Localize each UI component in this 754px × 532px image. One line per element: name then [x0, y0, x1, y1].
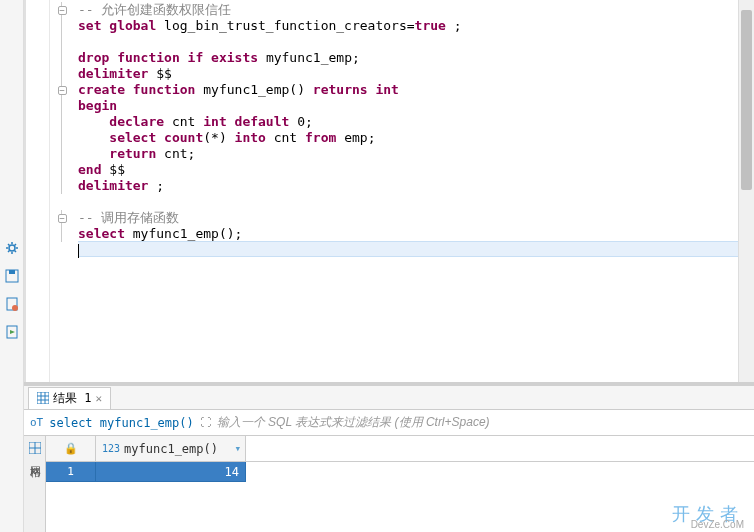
scrollbar-thumb[interactable] — [741, 10, 752, 190]
results-tabs: 结果 1 ✕ — [24, 386, 754, 410]
cell-value[interactable]: 14 — [96, 462, 246, 482]
row-number: 1 — [46, 462, 96, 482]
executed-sql: select myfunc1_emp() — [49, 416, 194, 430]
code-line[interactable]: select count(*) into cnt from emp; — [78, 130, 738, 146]
results-panel: 结果 1 ✕ oT select myfunc1_emp() ⛶ 输入一个 SQ… — [24, 382, 754, 532]
code-line[interactable]: -- 调用存储函数 — [78, 210, 738, 226]
results-tab-1[interactable]: 结果 1 ✕ — [28, 387, 111, 409]
code-area[interactable]: -- 允许创建函数权限信任set global log_bin_trust_fu… — [74, 0, 738, 382]
code-line[interactable] — [78, 34, 738, 50]
results-filter-bar: oT select myfunc1_emp() ⛶ 输入一个 SQL 表达式来过… — [24, 410, 754, 436]
lock-icon: 🔒 — [64, 442, 78, 455]
left-toolbar — [0, 0, 24, 532]
code-line[interactable]: create function myfunc1_emp() returns in… — [78, 82, 738, 98]
close-icon[interactable]: ✕ — [95, 392, 102, 405]
vertical-scrollbar[interactable] — [738, 0, 754, 382]
code-line[interactable]: end $$ — [78, 162, 738, 178]
code-line[interactable]: -- 允许创建函数权限信任 — [78, 2, 738, 18]
code-line[interactable]: delimiter ; — [78, 178, 738, 194]
column-filter-icon[interactable]: ▾ — [234, 442, 241, 455]
gear-icon[interactable] — [4, 240, 20, 256]
filter-placeholder[interactable]: 输入一个 SQL 表达式来过滤结果 (使用 Ctrl+Space) — [217, 414, 490, 431]
results-grid[interactable]: 🔒 123 myfunc1_emp() ▾ 1 14 — [46, 436, 754, 532]
execute-icon[interactable] — [4, 324, 20, 340]
table-row[interactable]: 1 14 — [46, 462, 754, 482]
grid-icon — [37, 392, 49, 404]
column-header[interactable]: 123 myfunc1_emp() ▾ — [96, 436, 246, 461]
svg-point-0 — [9, 245, 15, 251]
code-line[interactable]: return cnt; — [78, 146, 738, 162]
fold-toggle[interactable]: − — [50, 82, 74, 98]
results-tab-label: 结果 1 — [53, 390, 91, 407]
grid-view-icon[interactable] — [29, 442, 41, 454]
code-line[interactable]: delimiter $$ — [78, 66, 738, 82]
code-line[interactable] — [78, 241, 738, 257]
sql-label-icon: oT — [30, 416, 43, 429]
code-line[interactable]: begin — [78, 98, 738, 114]
svg-rect-6 — [37, 392, 49, 404]
results-view-tabs[interactable]: 网格 — [24, 436, 46, 532]
column-type-badge: 123 — [102, 443, 120, 454]
code-line[interactable]: select myfunc1_emp(); — [78, 226, 738, 242]
expand-icon[interactable]: ⛶ — [200, 416, 211, 429]
sql-editor[interactable]: −−− -- 允许创建函数权限信任set global log_bin_trus… — [24, 0, 754, 382]
fold-toggle[interactable]: − — [50, 210, 74, 226]
svg-point-4 — [12, 305, 18, 311]
script-icon[interactable] — [4, 296, 20, 312]
column-name: myfunc1_emp() — [124, 442, 218, 456]
code-line[interactable]: set global log_bin_trust_function_creato… — [78, 18, 738, 34]
fold-toggle[interactable]: − — [50, 2, 74, 18]
code-line[interactable]: declare cnt int default 0; — [78, 114, 738, 130]
grid-corner: 🔒 — [46, 436, 96, 461]
save-icon[interactable] — [4, 268, 20, 284]
editor-ruler — [26, 0, 50, 382]
fold-gutter: −−− — [50, 0, 74, 382]
code-line[interactable] — [78, 194, 738, 210]
code-line[interactable]: drop function if exists myfunc1_emp; — [78, 50, 738, 66]
svg-rect-2 — [9, 270, 15, 274]
grid-header: 🔒 123 myfunc1_emp() ▾ — [46, 436, 754, 462]
